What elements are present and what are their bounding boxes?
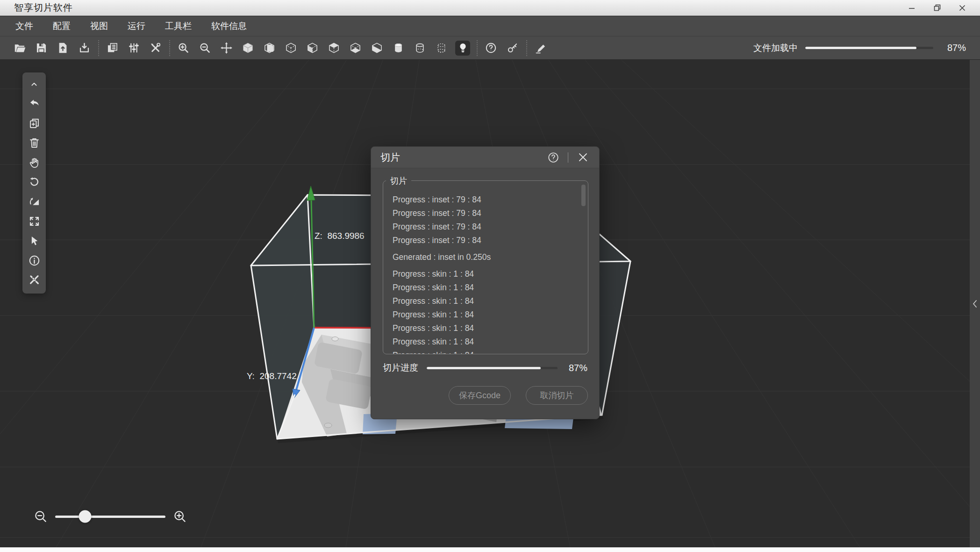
minimize-button[interactable]	[902, 2, 921, 14]
main-toolbar: 文件加载中 87%	[0, 36, 980, 60]
title-bar: 智享切片软件	[0, 0, 980, 16]
menu-toolbar[interactable]: 工具栏	[155, 16, 201, 36]
menu-bar: 文件 配置 视图 运行 工具栏 软件信息	[0, 16, 980, 36]
measure-tools-icon	[28, 273, 41, 286]
window-controls	[902, 2, 972, 14]
minimize-icon	[908, 5, 915, 11]
export-model-icon	[78, 42, 91, 54]
zoom-in-icon	[177, 42, 190, 54]
menu-file[interactable]: 文件	[6, 16, 43, 36]
tools-wrench-button[interactable]	[148, 41, 163, 56]
mirror-flip-icon	[28, 195, 41, 208]
toolbar-separator	[98, 40, 99, 56]
view-cylinder-points-icon	[435, 42, 448, 54]
help-button[interactable]	[483, 41, 498, 56]
info-circle-icon	[28, 254, 41, 267]
log-line: Progress : inset : 79 : 84	[393, 220, 576, 234]
undo-button[interactable]	[26, 96, 42, 112]
cancel-slice-button[interactable]: 取消切片	[526, 386, 588, 405]
slice-dialog-header[interactable]: 切片	[371, 147, 599, 168]
view-half-section-cube-button[interactable]	[369, 41, 384, 56]
view-wireframe-cube-icon	[285, 42, 297, 54]
dialog-header-divider	[568, 152, 568, 163]
view-cylinder-wireframe-button[interactable]	[412, 41, 427, 56]
slice-log-box: Progress : inset : 79 : 84 Progress : in…	[383, 180, 588, 354]
close-icon	[959, 5, 966, 11]
view-cylinder-wireframe-icon	[414, 42, 426, 54]
adjust-sliders-button[interactable]	[126, 41, 141, 56]
menu-view[interactable]: 视图	[80, 16, 118, 36]
zoom-in-button[interactable]	[176, 41, 191, 56]
y-axis-label: Y: 208.7742	[247, 371, 297, 381]
fit-view-button[interactable]	[26, 213, 42, 229]
file-loading-indicator: 文件加载中 87%	[753, 42, 966, 54]
measure-button[interactable]	[26, 272, 42, 288]
view-sheet-cube-icon	[263, 42, 276, 54]
rotate-button[interactable]	[26, 174, 42, 190]
move-button[interactable]	[219, 41, 234, 56]
save-icon	[35, 42, 48, 54]
adjust-sliders-icon	[128, 42, 140, 54]
view-wireframe-face-cube-button[interactable]	[305, 41, 320, 56]
slice-progress-label: 切片进度	[383, 362, 418, 374]
log-line: Progress : skin : 1 : 84	[393, 267, 576, 281]
toolbar-separator	[169, 40, 170, 56]
copy-sheet-icon	[106, 42, 119, 54]
log-line: Progress : skin : 1 : 84	[393, 335, 576, 349]
copy-sheet-button[interactable]	[105, 41, 120, 56]
slice-progress-percent: 87%	[566, 363, 587, 373]
slice-log-lines: Progress : inset : 79 : 84 Progress : in…	[383, 181, 588, 354]
export-model-button[interactable]	[77, 41, 92, 56]
view-wireframe-cube-button[interactable]	[283, 41, 298, 56]
zoom-out-button[interactable]	[197, 41, 212, 56]
info-button[interactable]	[26, 252, 42, 268]
delete-button[interactable]	[26, 135, 42, 151]
viewport-3d[interactable]: Z: 863.9986 Y: 208.7742	[0, 60, 980, 547]
view-cylinder-solid-icon	[392, 42, 405, 54]
zoom-slider-thumb[interactable]	[79, 510, 91, 523]
window-bottom-strip	[0, 547, 980, 552]
collapse-up-button[interactable]	[26, 76, 42, 92]
dialog-help-button[interactable]	[546, 151, 560, 165]
view-top-face-cube-button[interactable]	[326, 41, 341, 56]
light-bulb-button[interactable]	[455, 41, 470, 56]
select-cursor-button[interactable]	[26, 233, 42, 249]
mirror-button[interactable]	[26, 194, 42, 209]
duplicate-button[interactable]	[26, 115, 42, 131]
move-icon	[220, 42, 233, 54]
dialog-close-button[interactable]	[576, 151, 590, 165]
chevron-up-icon	[29, 79, 39, 89]
view-cylinder-solid-button[interactable]	[391, 41, 406, 56]
log-line: Progress : inset : 79 : 84	[393, 207, 576, 220]
view-top-face-cube-icon	[328, 42, 340, 54]
save-gcode-button[interactable]: 保存Gcode	[449, 386, 511, 405]
dialog-close-icon	[579, 153, 587, 162]
zoom-slider-track[interactable]	[55, 516, 165, 518]
open-folder-button[interactable]	[12, 41, 27, 56]
view-solid-cube-button[interactable]	[240, 41, 255, 56]
expand-arrows-icon	[28, 215, 41, 228]
slice-dialog-buttons: 保存Gcode 取消切片	[449, 386, 588, 405]
view-sheet-cube-button[interactable]	[262, 41, 277, 56]
menu-about[interactable]: 软件信息	[201, 16, 257, 36]
log-line: Generated : inset in 0.250s	[393, 251, 576, 264]
import-model-icon	[57, 42, 69, 54]
restore-button[interactable]	[928, 2, 946, 14]
view-bottom-face-cube-button[interactable]	[348, 41, 363, 56]
zoom-out-icon	[199, 42, 211, 54]
pen-button[interactable]	[533, 41, 548, 56]
zoom-out-mini-icon[interactable]	[34, 509, 48, 523]
menu-config[interactable]: 配置	[43, 16, 80, 36]
trash-icon	[28, 136, 41, 149]
close-button[interactable]	[953, 2, 972, 14]
zoom-in-mini-icon[interactable]	[173, 509, 187, 523]
log-scrollbar-thumb[interactable]	[581, 185, 586, 206]
pan-button[interactable]	[26, 155, 42, 171]
import-model-button[interactable]	[55, 41, 70, 56]
chevron-left-icon[interactable]	[972, 299, 978, 308]
menu-run[interactable]: 运行	[118, 16, 155, 36]
license-key-button[interactable]	[505, 41, 520, 56]
log-line: Progress : skin : 1 : 84	[393, 322, 576, 335]
save-button[interactable]	[34, 41, 49, 56]
view-cylinder-points-button[interactable]	[434, 41, 449, 56]
